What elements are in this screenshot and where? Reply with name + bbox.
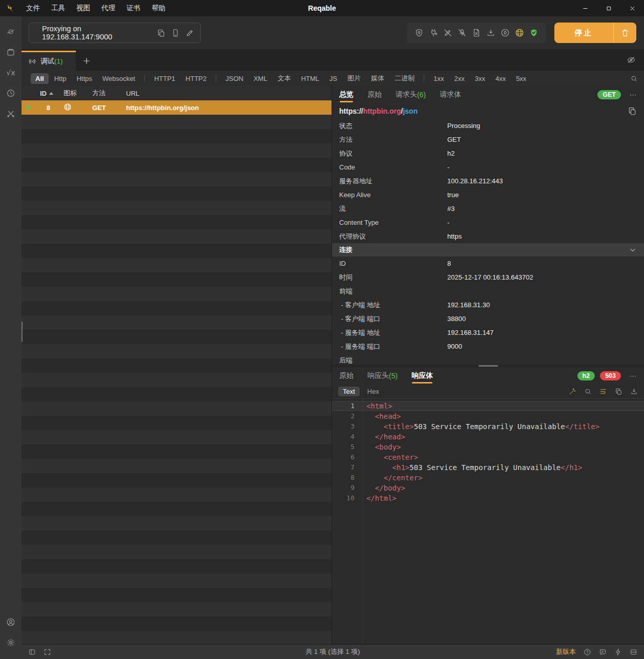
column-header-method[interactable]: 方法 — [86, 89, 121, 98]
code-line: 7 <h1>503 Service Temporarily Unavailabl… — [332, 462, 644, 473]
filter-pill-json[interactable]: JSON — [221, 73, 248, 84]
filter-pill-二进制[interactable]: 二进制 — [390, 72, 419, 84]
panel-toggle-icon[interactable] — [28, 648, 36, 656]
filter-pill-3xx[interactable]: 3xx — [470, 73, 490, 84]
search-icon[interactable] — [630, 75, 638, 82]
trash-icon[interactable] — [614, 28, 636, 37]
shield-lock-icon[interactable] — [412, 26, 426, 40]
menubar-item[interactable]: 文件 — [20, 0, 46, 16]
proxy-address-pill[interactable]: Proxying on 192.168.31.147:9000 — [29, 23, 201, 43]
filter-pill-图片[interactable]: 图片 — [343, 72, 365, 84]
maximize-button[interactable] — [597, 0, 620, 16]
filter-pill-媒体[interactable]: 媒体 — [366, 72, 389, 84]
menubar-item[interactable]: 视图 — [71, 0, 96, 16]
lightning-icon[interactable] — [614, 648, 622, 656]
filter-pill-js[interactable]: JS — [325, 73, 342, 84]
copy-icon[interactable] — [615, 388, 622, 395]
splitter-handle[interactable] — [479, 365, 498, 367]
filter-pill-html[interactable]: HTML — [297, 73, 324, 84]
filter-pill-https[interactable]: Https — [72, 73, 96, 84]
download-tray-icon[interactable] — [630, 388, 638, 395]
history-icon[interactable] — [0, 83, 22, 103]
phone-icon[interactable] — [171, 29, 180, 37]
filter-pill-文本[interactable]: 文本 — [273, 72, 296, 84]
session-tabstrip: 调试(1) — [22, 49, 644, 71]
request-tab[interactable]: 请求体 — [440, 86, 461, 103]
more-icon[interactable] — [629, 91, 637, 99]
new-version-link[interactable]: 新版本 — [556, 647, 576, 656]
tab-debug[interactable]: 调试(1) — [22, 51, 76, 71]
download-tray-icon[interactable] — [484, 26, 498, 40]
eye-off-icon[interactable] — [627, 49, 636, 71]
shield-check-icon[interactable] — [527, 26, 541, 40]
filter-pill-http2[interactable]: HTTP2 — [181, 73, 211, 84]
code-line: 2 <head> — [332, 411, 644, 421]
filter-pill-4xx[interactable]: 4xx — [491, 73, 510, 84]
filter-pill-all[interactable]: All — [31, 73, 49, 84]
wand-icon[interactable] — [569, 388, 576, 395]
filter-divider — [424, 75, 424, 82]
copy-icon[interactable] — [628, 107, 637, 116]
request-tab[interactable]: 原始 — [367, 86, 382, 103]
filter-pill-http1[interactable]: HTTP1 — [150, 73, 180, 84]
column-header-url[interactable]: URL — [121, 90, 331, 97]
settings-gear-icon[interactable] — [0, 632, 22, 653]
layout-icon[interactable] — [630, 648, 637, 656]
minimize-button[interactable] — [573, 0, 597, 16]
filter-pill-http[interactable]: Http — [50, 73, 71, 84]
connection-row: ID 8 — [332, 257, 644, 270]
feedback-icon[interactable] — [599, 648, 607, 656]
code-line: 1<html> — [332, 401, 644, 411]
menubar-item[interactable]: 工具 — [46, 0, 71, 16]
more-icon[interactable] — [629, 372, 637, 380]
menubar-item[interactable]: 代理 — [96, 0, 121, 16]
account-icon[interactable] — [0, 612, 22, 632]
fullscreen-icon[interactable] — [44, 648, 51, 656]
globe-icon[interactable] — [512, 26, 527, 40]
drop-icon[interactable] — [498, 26, 512, 40]
collection-icon[interactable] — [0, 42, 22, 62]
formula-icon[interactable]: √x — [0, 62, 22, 83]
search-icon[interactable] — [584, 388, 592, 395]
filter-pill-websocket[interactable]: Websocket — [98, 73, 140, 84]
left-rail: √x — [0, 16, 22, 659]
row-url: https://httpbin.org/json — [121, 104, 331, 112]
close-button[interactable] — [620, 0, 644, 16]
menubar-item[interactable]: 帮助 — [146, 0, 171, 16]
response-tab[interactable]: 响应头(5) — [367, 367, 398, 385]
wrap-icon[interactable] — [599, 388, 607, 395]
table-row[interactable]: 8 GET https://httpbin.org/json — [22, 100, 331, 115]
response-tab[interactable]: 响应体 — [411, 367, 433, 385]
stop-button[interactable]: 停止 — [554, 23, 636, 43]
toolbox-icon[interactable] — [0, 103, 22, 124]
pen-off-icon[interactable] — [441, 26, 455, 40]
scrollbar-thumb[interactable] — [22, 322, 23, 342]
column-header-icon[interactable]: 图标 — [57, 89, 86, 98]
menubar-item[interactable]: 证书 — [121, 0, 146, 16]
response-body-editor[interactable]: 1<html>2 <head>3 <title>503 Service Temp… — [332, 398, 644, 644]
response-tab[interactable]: 原始 — [339, 367, 354, 385]
item-count-text: 共 1 项 (选择 1 项) — [22, 647, 644, 656]
request-tab[interactable]: 总览 — [339, 86, 354, 103]
code-lines: 1<html>2 <head>3 <title>503 Service Temp… — [332, 401, 644, 503]
filter-pill-xml[interactable]: XML — [249, 73, 272, 84]
view-tab-text[interactable]: Text — [338, 387, 360, 396]
doc-off-icon[interactable] — [469, 26, 484, 40]
request-tab[interactable]: 请求头(6) — [396, 86, 426, 103]
filter-pill-2xx[interactable]: 2xx — [449, 73, 469, 84]
statusbar-left-icons — [28, 648, 51, 656]
view-tab-hex[interactable]: Hex — [363, 387, 384, 396]
plug-off-icon[interactable] — [426, 26, 441, 40]
help-icon[interactable] — [584, 648, 591, 656]
connection-section-header[interactable]: 连接 — [332, 243, 644, 257]
rocket-off-icon[interactable] — [455, 26, 469, 40]
filter-pill-1xx[interactable]: 1xx — [429, 73, 448, 84]
overview-row: 服务器地址 100.28.16.212:443 — [332, 174, 644, 188]
add-tab-button[interactable] — [76, 51, 97, 71]
filter-pill-5xx[interactable]: 5xx — [511, 73, 531, 84]
column-header-id[interactable]: ID — [35, 90, 57, 97]
planet-icon[interactable] — [0, 22, 22, 42]
copy-icon[interactable] — [157, 29, 165, 37]
edit-pencil-icon[interactable] — [185, 29, 194, 37]
tab-debug-count: (1) — [54, 57, 63, 65]
